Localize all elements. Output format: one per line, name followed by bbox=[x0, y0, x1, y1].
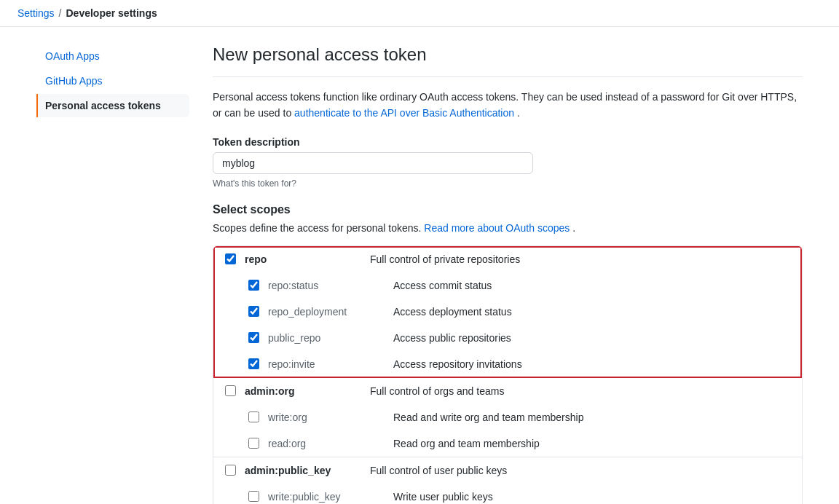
select-scopes-group: Select scopes Scopes define the access f… bbox=[213, 203, 803, 504]
sidebar: OAuth Apps GitHub Apps Personal access t… bbox=[36, 44, 189, 504]
scope-row-repo-deployment: repo_deployment Access deployment status bbox=[213, 299, 802, 325]
scope-row-repo-invite: repo:invite Access repository invitation… bbox=[213, 351, 802, 377]
scope-desc-read-org: Read org and team membership bbox=[393, 438, 540, 449]
scopes-desc-text: Scopes define the access for personal to… bbox=[213, 222, 424, 234]
sidebar-item-oauth-apps[interactable]: OAuth Apps bbox=[36, 44, 189, 68]
scope-row-read-org: read:org Read org and team membership bbox=[213, 430, 802, 457]
scope-desc-repo-invite: Access repository invitations bbox=[393, 358, 522, 370]
description-text-2: . bbox=[517, 107, 520, 119]
scope-row-admin-public-key: admin:public_key Full control of user pu… bbox=[213, 457, 802, 484]
checkbox-repo-status[interactable] bbox=[248, 280, 259, 291]
page-description: Personal access tokens function like ord… bbox=[213, 89, 803, 122]
settings-link[interactable]: Settings bbox=[17, 7, 55, 19]
scope-name-admin-org: admin:org bbox=[245, 385, 361, 397]
token-description-input[interactable] bbox=[213, 152, 533, 174]
token-description-group: Token description What's this token for? bbox=[213, 136, 803, 189]
breadcrumb: Settings / Developer settings bbox=[0, 0, 839, 27]
api-auth-link[interactable]: authenticate to the API over Basic Authe… bbox=[294, 107, 514, 119]
checkbox-repo-invite[interactable] bbox=[248, 358, 259, 369]
token-hint: What's this token for? bbox=[213, 178, 803, 189]
checkbox-admin-public-key[interactable] bbox=[225, 465, 236, 476]
scope-name-repo: repo bbox=[245, 253, 361, 265]
scope-row-repo-status: repo:status Access commit status bbox=[213, 272, 802, 299]
scope-name-public-repo: public_repo bbox=[268, 332, 385, 344]
scope-desc-public-repo: Access public repositories bbox=[393, 332, 511, 344]
select-scopes-title: Select scopes bbox=[213, 203, 803, 216]
page-title: New personal access token bbox=[213, 44, 803, 77]
scope-desc-repo: Full control of private repositories bbox=[370, 253, 520, 265]
checkbox-public-repo[interactable] bbox=[248, 332, 259, 343]
scope-desc-admin-org: Full control of orgs and teams bbox=[370, 385, 504, 397]
scope-row-write-org: write:org Read and write org and team me… bbox=[213, 404, 802, 430]
scope-name-read-org: read:org bbox=[268, 438, 385, 449]
checkbox-write-org[interactable] bbox=[248, 412, 259, 422]
sidebar-item-personal-access-tokens[interactable]: Personal access tokens bbox=[36, 94, 189, 117]
scope-name-write-org: write:org bbox=[268, 412, 385, 423]
main-content: New personal access token Personal acces… bbox=[213, 44, 803, 504]
checkbox-read-org[interactable] bbox=[248, 438, 259, 449]
scope-name-repo-invite: repo:invite bbox=[268, 358, 385, 370]
scope-name-admin-public-key: admin:public_key bbox=[245, 465, 361, 476]
scope-desc-repo-status: Access commit status bbox=[393, 280, 492, 291]
repo-scope-group: repo Full control of private repositorie… bbox=[213, 246, 802, 378]
scope-desc-write-public-key: Write user public keys bbox=[393, 491, 493, 503]
checkbox-admin-org[interactable] bbox=[225, 385, 236, 396]
scope-desc-admin-public-key: Full control of user public keys bbox=[370, 465, 507, 476]
scope-name-write-public-key: write:public_key bbox=[268, 491, 385, 503]
scope-row-repo: repo Full control of private repositorie… bbox=[213, 246, 802, 272]
checkbox-write-public-key[interactable] bbox=[248, 491, 259, 502]
oauth-scopes-link[interactable]: Read more about OAuth scopes bbox=[424, 222, 570, 234]
admin-org-scope-group: admin:org Full control of orgs and teams… bbox=[213, 378, 802, 457]
sidebar-item-github-apps[interactable]: GitHub Apps bbox=[36, 69, 189, 92]
breadcrumb-separator: / bbox=[59, 7, 62, 19]
scope-row-public-repo: public_repo Access public repositories bbox=[213, 325, 802, 351]
admin-public-key-scope-group: admin:public_key Full control of user pu… bbox=[213, 457, 802, 504]
scope-desc-repo-deployment: Access deployment status bbox=[393, 306, 512, 318]
scope-name-repo-status: repo:status bbox=[268, 280, 385, 291]
scopes-desc-end: . bbox=[572, 222, 575, 234]
scope-row-write-public-key: write:public_key Write user public keys bbox=[213, 484, 802, 504]
scope-desc-write-org: Read and write org and team membership bbox=[393, 412, 583, 423]
scope-name-repo-deployment: repo_deployment bbox=[268, 306, 385, 318]
current-page-label: Developer settings bbox=[66, 7, 157, 19]
checkbox-repo[interactable] bbox=[225, 253, 236, 264]
scope-row-admin-org: admin:org Full control of orgs and teams bbox=[213, 378, 802, 404]
scopes-description: Scopes define the access for personal to… bbox=[213, 222, 803, 234]
scopes-table: repo Full control of private repositorie… bbox=[213, 245, 803, 504]
checkbox-repo-deployment[interactable] bbox=[248, 306, 259, 317]
token-description-label: Token description bbox=[213, 136, 803, 148]
